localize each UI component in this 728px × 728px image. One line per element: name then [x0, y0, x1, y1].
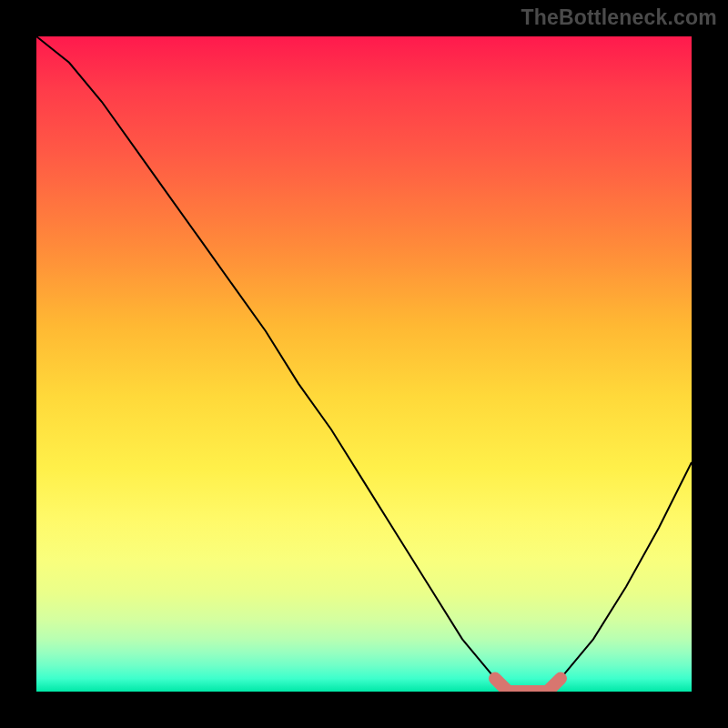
optimal-range-marker: [495, 679, 561, 692]
watermark-text: TheBottleneck.com: [521, 5, 717, 30]
plot-area: [36, 36, 692, 692]
curve-layer: [36, 36, 692, 692]
bottleneck-curve: [36, 36, 692, 692]
chart-frame: TheBottleneck.com: [0, 0, 728, 728]
